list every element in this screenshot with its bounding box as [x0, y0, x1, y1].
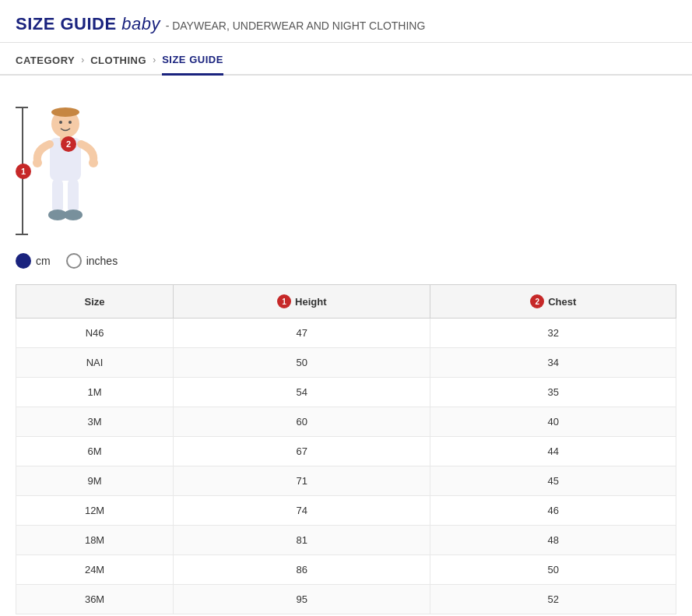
table-row: 9M 71 45 [16, 466, 676, 496]
cm-option[interactable]: cm [16, 253, 51, 269]
title-subtitle: - DAYWEAR, UNDERWEAR AND NIGHT CLOTHING [166, 19, 426, 32]
table-row: 12M 74 46 [16, 496, 676, 526]
col-header-height: 1 Height [174, 285, 430, 319]
cell-height: 71 [174, 466, 430, 496]
table-row: 24M 86 50 [16, 555, 676, 585]
inches-option[interactable]: inches [66, 253, 118, 269]
chest-badge: 2 [61, 136, 76, 152]
cell-size: N46 [16, 319, 174, 348]
cell-height: 86 [174, 555, 430, 585]
cell-height: 74 [174, 496, 430, 526]
title-baby: baby [121, 14, 160, 33]
cell-size: NAI [16, 348, 174, 378]
svg-point-1 [59, 121, 62, 124]
cell-height: 47 [174, 319, 430, 348]
cell-height: 54 [174, 378, 430, 407]
height-col-badge: 1 [277, 294, 291, 308]
height-badge: 1 [16, 164, 31, 179]
cell-size: 18M [16, 526, 174, 555]
cell-height: 81 [174, 526, 430, 555]
col-header-chest: 2 Chest [430, 285, 676, 319]
illustration-area: 1 2 [16, 107, 676, 269]
cell-size: 36M [16, 585, 174, 614]
cell-chest: 50 [430, 555, 676, 585]
baby-figure: 1 2 [16, 107, 140, 247]
inches-radio[interactable] [66, 253, 82, 269]
breadcrumb: CATEGORY › CLOTHING › SIZE GUIDE [0, 43, 692, 76]
unit-selector: cm inches [16, 253, 118, 269]
cell-size: 3M [16, 407, 174, 437]
cell-chest: 35 [430, 378, 676, 407]
cell-chest: 32 [430, 319, 676, 348]
table-row: 3M 60 40 [16, 407, 676, 437]
cell-size: 1M [16, 378, 174, 407]
cell-chest: 46 [430, 496, 676, 526]
main-content: 1 2 [0, 76, 692, 616]
svg-point-10 [64, 209, 83, 220]
table-row: 1M 54 35 [16, 378, 676, 407]
svg-point-2 [68, 121, 72, 124]
cell-chest: 52 [430, 585, 676, 614]
table-row: 36M 95 52 [16, 585, 676, 614]
table-row: 6M 67 44 [16, 437, 676, 466]
cm-radio[interactable] [16, 253, 31, 269]
svg-point-3 [51, 107, 79, 117]
cell-size: 24M [16, 555, 174, 585]
cell-chest: 48 [430, 526, 676, 555]
col-header-size: Size [16, 285, 174, 319]
table-row: N46 47 32 [16, 319, 676, 348]
table-row: 18M 81 48 [16, 526, 676, 555]
cell-chest: 34 [430, 348, 676, 378]
cell-height: 60 [174, 407, 430, 437]
svg-rect-8 [68, 178, 79, 213]
page-header: SIZE GUIDE baby - DAYWEAR, UNDERWEAR AND… [0, 0, 692, 43]
cell-height: 67 [174, 437, 430, 466]
cm-label: cm [36, 255, 51, 267]
inches-label: inches [86, 255, 118, 267]
page-title: SIZE GUIDE baby - DAYWEAR, UNDERWEAR AND… [16, 14, 676, 34]
cell-size: 12M [16, 496, 174, 526]
chevron-icon-1: › [81, 55, 84, 73]
svg-rect-7 [52, 178, 63, 213]
cell-chest: 40 [430, 407, 676, 437]
baby-image: 2 [26, 107, 112, 235]
chest-col-badge: 2 [530, 294, 544, 308]
title-prefix: SIZE GUIDE [16, 14, 117, 33]
cell-chest: 44 [430, 437, 676, 466]
cell-size: 9M [16, 466, 174, 496]
cell-size: 6M [16, 437, 174, 466]
table-row: NAI 50 34 [16, 348, 676, 378]
svg-point-6 [89, 158, 98, 167]
cell-height: 95 [174, 585, 430, 614]
size-table: Size 1 Height 2 Chest N46 47 [16, 284, 676, 614]
breadcrumb-size-guide[interactable]: SIZE GUIDE [162, 54, 223, 76]
breadcrumb-category[interactable]: CATEGORY [16, 55, 75, 74]
breadcrumb-clothing[interactable]: CLOTHING [90, 55, 146, 74]
cell-chest: 45 [430, 466, 676, 496]
cell-height: 50 [174, 348, 430, 378]
table-header-row: Size 1 Height 2 Chest [16, 285, 676, 319]
chevron-icon-2: › [153, 55, 156, 73]
svg-point-5 [33, 158, 42, 167]
